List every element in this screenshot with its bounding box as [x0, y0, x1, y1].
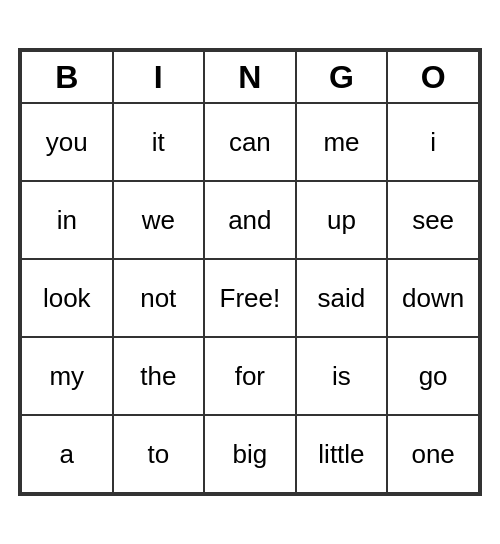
bingo-row-4: atobiglittleone — [21, 415, 479, 493]
bingo-cell-3-3: is — [296, 337, 388, 415]
bingo-cell-4-3: little — [296, 415, 388, 493]
bingo-cell-3-4: go — [387, 337, 479, 415]
bingo-cell-4-0: a — [21, 415, 113, 493]
bingo-cell-2-2: Free! — [204, 259, 296, 337]
bingo-cell-0-0: you — [21, 103, 113, 181]
bingo-cell-3-2: for — [204, 337, 296, 415]
bingo-cell-1-1: we — [113, 181, 204, 259]
bingo-card: BINGO youitcanmeiinweandupseelooknotFree… — [18, 48, 482, 496]
bingo-table: BINGO youitcanmeiinweandupseelooknotFree… — [20, 50, 480, 494]
bingo-row-3: mytheforisgo — [21, 337, 479, 415]
header-col-b: B — [21, 51, 113, 103]
bingo-cell-0-3: me — [296, 103, 388, 181]
bingo-cell-4-2: big — [204, 415, 296, 493]
header-col-n: N — [204, 51, 296, 103]
bingo-row-2: looknotFree!saiddown — [21, 259, 479, 337]
bingo-cell-4-1: to — [113, 415, 204, 493]
bingo-cell-2-4: down — [387, 259, 479, 337]
bingo-row-1: inweandupsee — [21, 181, 479, 259]
bingo-cell-2-1: not — [113, 259, 204, 337]
header-row: BINGO — [21, 51, 479, 103]
bingo-cell-2-3: said — [296, 259, 388, 337]
bingo-cell-1-4: see — [387, 181, 479, 259]
bingo-row-0: youitcanmei — [21, 103, 479, 181]
bingo-cell-1-3: up — [296, 181, 388, 259]
bingo-cell-4-4: one — [387, 415, 479, 493]
bingo-cell-3-1: the — [113, 337, 204, 415]
bingo-cell-1-0: in — [21, 181, 113, 259]
bingo-cell-0-4: i — [387, 103, 479, 181]
header-col-o: O — [387, 51, 479, 103]
bingo-cell-3-0: my — [21, 337, 113, 415]
bingo-cell-0-2: can — [204, 103, 296, 181]
header-col-i: I — [113, 51, 204, 103]
header-col-g: G — [296, 51, 388, 103]
bingo-cell-2-0: look — [21, 259, 113, 337]
bingo-cell-1-2: and — [204, 181, 296, 259]
bingo-cell-0-1: it — [113, 103, 204, 181]
